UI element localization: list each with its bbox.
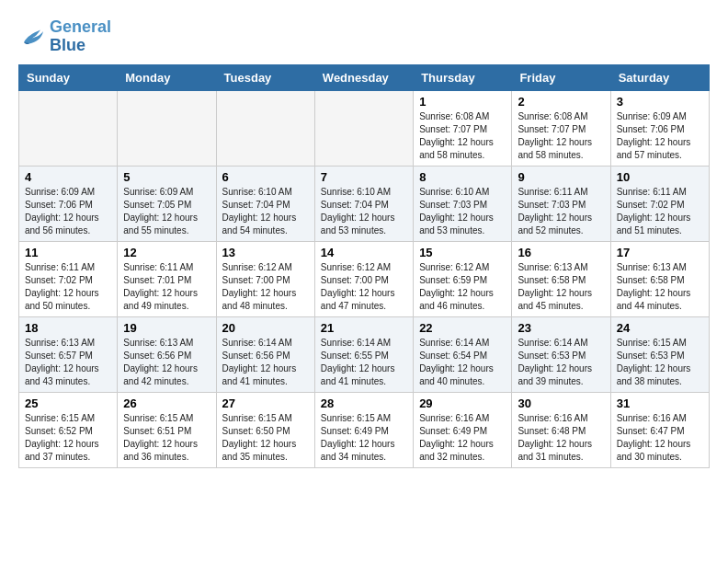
logo: General Blue [18, 18, 111, 55]
calendar-cell [19, 90, 118, 166]
calendar-cell: 21Sunrise: 6:14 AM Sunset: 6:55 PM Dayli… [314, 316, 413, 392]
day-number: 28 [321, 396, 407, 410]
day-info: Sunrise: 6:15 AM Sunset: 6:53 PM Dayligh… [617, 337, 703, 388]
day-info: Sunrise: 6:11 AM Sunset: 7:02 PM Dayligh… [25, 261, 111, 313]
day-info: Sunrise: 6:11 AM Sunset: 7:01 PM Dayligh… [123, 261, 210, 313]
day-number: 2 [518, 95, 604, 109]
calendar-table: SundayMondayTuesdayWednesdayThursdayFrid… [18, 64, 710, 468]
page-header: General Blue [18, 18, 710, 55]
day-info: Sunrise: 6:08 AM Sunset: 7:07 PM Dayligh… [419, 110, 506, 162]
calendar-cell: 8Sunrise: 6:10 AM Sunset: 7:03 PM Daylig… [414, 166, 512, 241]
day-number: 21 [321, 321, 407, 335]
calendar-cell: 13Sunrise: 6:12 AM Sunset: 7:00 PM Dayli… [216, 241, 314, 316]
day-number: 10 [617, 170, 703, 184]
calendar-cell [118, 90, 216, 166]
day-info: Sunrise: 6:13 AM Sunset: 6:56 PM Dayligh… [123, 337, 210, 388]
calendar-cell: 7Sunrise: 6:10 AM Sunset: 7:04 PM Daylig… [314, 166, 413, 241]
calendar-cell: 19Sunrise: 6:13 AM Sunset: 6:56 PM Dayli… [118, 316, 216, 392]
calendar-cell: 3Sunrise: 6:09 AM Sunset: 7:06 PM Daylig… [610, 90, 709, 166]
day-info: Sunrise: 6:15 AM Sunset: 6:49 PM Dayligh… [321, 412, 407, 464]
calendar-cell: 11Sunrise: 6:11 AM Sunset: 7:02 PM Dayli… [19, 241, 118, 316]
calendar-cell: 5Sunrise: 6:09 AM Sunset: 7:05 PM Daylig… [118, 166, 216, 241]
calendar-cell: 1Sunrise: 6:08 AM Sunset: 7:07 PM Daylig… [414, 90, 512, 166]
day-info: Sunrise: 6:12 AM Sunset: 6:59 PM Dayligh… [419, 261, 506, 313]
col-header-sunday: Sunday [19, 64, 118, 90]
day-info: Sunrise: 6:10 AM Sunset: 7:03 PM Dayligh… [419, 186, 506, 237]
day-number: 24 [617, 321, 703, 335]
calendar-cell: 2Sunrise: 6:08 AM Sunset: 7:07 PM Daylig… [512, 90, 610, 166]
calendar-cell: 25Sunrise: 6:15 AM Sunset: 6:52 PM Dayli… [19, 392, 118, 467]
day-info: Sunrise: 6:13 AM Sunset: 6:58 PM Dayligh… [518, 261, 604, 313]
day-number: 26 [123, 396, 210, 410]
day-info: Sunrise: 6:13 AM Sunset: 6:58 PM Dayligh… [617, 261, 703, 313]
calendar-cell: 10Sunrise: 6:11 AM Sunset: 7:02 PM Dayli… [610, 166, 709, 241]
day-info: Sunrise: 6:14 AM Sunset: 6:55 PM Dayligh… [321, 337, 407, 388]
logo-icon [18, 23, 46, 51]
calendar-cell: 31Sunrise: 6:16 AM Sunset: 6:47 PM Dayli… [610, 392, 709, 467]
day-number: 6 [222, 170, 309, 184]
col-header-thursday: Thursday [414, 64, 512, 90]
calendar-cell: 27Sunrise: 6:15 AM Sunset: 6:50 PM Dayli… [216, 392, 314, 467]
calendar-cell: 15Sunrise: 6:12 AM Sunset: 6:59 PM Dayli… [414, 241, 512, 316]
day-number: 13 [222, 246, 309, 259]
day-info: Sunrise: 6:12 AM Sunset: 7:00 PM Dayligh… [321, 261, 407, 313]
day-info: Sunrise: 6:15 AM Sunset: 6:52 PM Dayligh… [25, 412, 111, 464]
calendar-cell: 20Sunrise: 6:14 AM Sunset: 6:56 PM Dayli… [216, 316, 314, 392]
day-info: Sunrise: 6:11 AM Sunset: 7:03 PM Dayligh… [518, 186, 604, 237]
day-info: Sunrise: 6:14 AM Sunset: 6:53 PM Dayligh… [518, 337, 604, 388]
calendar-cell: 6Sunrise: 6:10 AM Sunset: 7:04 PM Daylig… [216, 166, 314, 241]
day-info: Sunrise: 6:10 AM Sunset: 7:04 PM Dayligh… [222, 186, 309, 237]
day-number: 1 [419, 95, 506, 109]
day-info: Sunrise: 6:14 AM Sunset: 6:56 PM Dayligh… [222, 337, 309, 388]
day-number: 3 [617, 95, 703, 109]
calendar-cell: 30Sunrise: 6:16 AM Sunset: 6:48 PM Dayli… [512, 392, 610, 467]
day-info: Sunrise: 6:12 AM Sunset: 7:00 PM Dayligh… [222, 261, 309, 313]
day-info: Sunrise: 6:08 AM Sunset: 7:07 PM Dayligh… [518, 110, 604, 162]
calendar-cell: 17Sunrise: 6:13 AM Sunset: 6:58 PM Dayli… [610, 241, 709, 316]
day-number: 22 [419, 321, 506, 335]
calendar-cell: 14Sunrise: 6:12 AM Sunset: 7:00 PM Dayli… [314, 241, 413, 316]
day-number: 20 [222, 321, 309, 335]
day-number: 9 [518, 170, 604, 184]
calendar-cell: 18Sunrise: 6:13 AM Sunset: 6:57 PM Dayli… [19, 316, 118, 392]
calendar-cell: 12Sunrise: 6:11 AM Sunset: 7:01 PM Dayli… [118, 241, 216, 316]
col-header-monday: Monday [118, 64, 216, 90]
day-number: 14 [321, 246, 407, 259]
day-info: Sunrise: 6:16 AM Sunset: 6:47 PM Dayligh… [617, 412, 703, 464]
day-number: 12 [123, 246, 210, 259]
day-info: Sunrise: 6:16 AM Sunset: 6:49 PM Dayligh… [419, 412, 506, 464]
logo-text: General Blue [50, 18, 111, 55]
calendar-cell [216, 90, 314, 166]
col-header-saturday: Saturday [610, 64, 709, 90]
calendar-cell [314, 90, 413, 166]
day-number: 7 [321, 170, 407, 184]
day-number: 18 [25, 321, 111, 335]
col-header-tuesday: Tuesday [216, 64, 314, 90]
calendar-cell: 28Sunrise: 6:15 AM Sunset: 6:49 PM Dayli… [314, 392, 413, 467]
day-number: 29 [419, 396, 506, 410]
day-info: Sunrise: 6:09 AM Sunset: 7:05 PM Dayligh… [123, 186, 210, 237]
day-number: 30 [518, 396, 604, 410]
day-info: Sunrise: 6:10 AM Sunset: 7:04 PM Dayligh… [321, 186, 407, 237]
day-number: 15 [419, 246, 506, 259]
calendar-cell: 16Sunrise: 6:13 AM Sunset: 6:58 PM Dayli… [512, 241, 610, 316]
day-number: 25 [25, 396, 111, 410]
day-number: 23 [518, 321, 604, 335]
day-info: Sunrise: 6:15 AM Sunset: 6:50 PM Dayligh… [222, 412, 309, 464]
day-info: Sunrise: 6:15 AM Sunset: 6:51 PM Dayligh… [123, 412, 210, 464]
day-info: Sunrise: 6:11 AM Sunset: 7:02 PM Dayligh… [617, 186, 703, 237]
calendar-cell: 22Sunrise: 6:14 AM Sunset: 6:54 PM Dayli… [414, 316, 512, 392]
day-info: Sunrise: 6:13 AM Sunset: 6:57 PM Dayligh… [25, 337, 111, 388]
day-number: 8 [419, 170, 506, 184]
calendar-cell: 24Sunrise: 6:15 AM Sunset: 6:53 PM Dayli… [610, 316, 709, 392]
day-number: 19 [123, 321, 210, 335]
day-number: 16 [518, 246, 604, 259]
day-number: 11 [25, 246, 111, 259]
calendar-cell: 29Sunrise: 6:16 AM Sunset: 6:49 PM Dayli… [414, 392, 512, 467]
calendar-cell: 9Sunrise: 6:11 AM Sunset: 7:03 PM Daylig… [512, 166, 610, 241]
day-info: Sunrise: 6:14 AM Sunset: 6:54 PM Dayligh… [419, 337, 506, 388]
calendar-cell: 26Sunrise: 6:15 AM Sunset: 6:51 PM Dayli… [118, 392, 216, 467]
day-info: Sunrise: 6:16 AM Sunset: 6:48 PM Dayligh… [518, 412, 604, 464]
col-header-friday: Friday [512, 64, 610, 90]
day-info: Sunrise: 6:09 AM Sunset: 7:06 PM Dayligh… [617, 110, 703, 162]
